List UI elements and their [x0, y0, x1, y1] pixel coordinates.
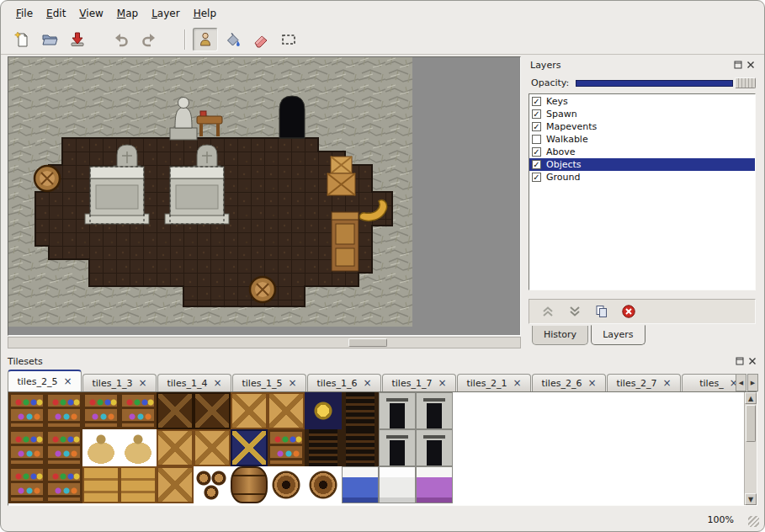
layer-row-walkable[interactable]: Walkable	[529, 133, 755, 146]
layer-row-objects[interactable]: ✓Objects	[529, 158, 755, 171]
opacity-slider[interactable]	[576, 77, 756, 89]
eraser-button[interactable]	[248, 28, 274, 51]
tile-ladder[interactable]	[342, 392, 379, 429]
scroll-tabs-left-button[interactable]: ◀	[736, 374, 746, 391]
layer-visibility-checkbox[interactable]: ✓	[532, 173, 541, 182]
new-button[interactable]	[9, 28, 35, 51]
layer-visibility-checkbox[interactable]: ✓	[532, 147, 541, 157]
tile-ladder[interactable]	[305, 429, 342, 466]
layer-row-ground[interactable]: ✓Ground	[529, 171, 755, 184]
redo-button[interactable]	[136, 28, 162, 51]
open-button[interactable]	[37, 28, 62, 51]
tile-crate-light[interactable]	[194, 429, 231, 466]
dock-tab-history[interactable]: History	[532, 326, 588, 345]
layer-visibility-checkbox[interactable]: ✓	[532, 160, 541, 169]
layer-visibility-checkbox[interactable]: ✓	[532, 97, 541, 106]
tile-bed-white[interactable]	[379, 466, 416, 503]
tile-door[interactable]	[379, 429, 416, 466]
map-hscrollbar[interactable]	[8, 337, 521, 348]
tile-bench[interactable]	[82, 466, 120, 503]
vscroll-thumb[interactable]	[746, 405, 756, 442]
tileset-tab-tiles_1_4[interactable]: tiles_1_4×	[157, 374, 231, 391]
menu-item-map[interactable]: Map	[110, 5, 145, 22]
layer-visibility-checkbox[interactable]: ✓	[532, 122, 541, 131]
tile-shelf[interactable]	[45, 392, 82, 429]
stamp-button[interactable]	[193, 28, 218, 51]
duplicate-layer-button[interactable]	[592, 301, 612, 322]
menu-item-edit[interactable]: Edit	[40, 5, 72, 22]
tileset-tab-tiles_1_6[interactable]: tiles_1_6×	[307, 374, 381, 391]
menu-item-view[interactable]: View	[72, 5, 109, 22]
dock-tab-layers[interactable]: Layers	[591, 325, 645, 345]
tileset-vscrollbar[interactable]: ▲ ▼	[744, 392, 757, 505]
close-tab-icon[interactable]: ×	[363, 379, 371, 387]
tile-crate-blue[interactable]	[231, 429, 268, 466]
tile-bench[interactable]	[120, 466, 157, 503]
select-button[interactable]	[276, 28, 301, 51]
tile-gold[interactable]	[305, 392, 342, 429]
tile-door[interactable]	[379, 392, 416, 429]
tile-crate-light[interactable]	[231, 392, 268, 429]
close-tab-icon[interactable]: ×	[288, 379, 296, 387]
tile-crate-dark[interactable]	[157, 392, 194, 429]
tile-barrel[interactable]	[231, 466, 268, 503]
tile-bed-purple[interactable]	[416, 466, 453, 503]
close-tab-icon[interactable]: ×	[513, 379, 521, 387]
layer-visibility-checkbox[interactable]: ✓	[532, 109, 541, 119]
close-tab-icon[interactable]: ×	[63, 377, 72, 386]
tile-crate-light[interactable]	[157, 429, 194, 466]
tileset-tab-tiles_[interactable]: tiles_×	[682, 374, 736, 391]
close-tab-icon[interactable]: ×	[438, 379, 446, 387]
menu-item-layer[interactable]: Layer	[145, 5, 186, 22]
map-canvas[interactable]	[8, 57, 412, 327]
delete-layer-button[interactable]	[619, 301, 639, 322]
scroll-up-button[interactable]: ▲	[745, 392, 757, 404]
tileset-tab-tiles_2_5[interactable]: tiles_2_5×	[8, 370, 82, 391]
fill-button[interactable]	[220, 28, 246, 51]
scroll-tabs-right-button[interactable]: ▶	[747, 374, 758, 391]
float-panel-button[interactable]	[734, 356, 745, 367]
undo-button[interactable]	[109, 28, 134, 51]
menu-item-file[interactable]: File	[9, 5, 40, 22]
tileset-tab-tiles_1_5[interactable]: tiles_1_5×	[232, 374, 306, 391]
tileset-tab-tiles_1_7[interactable]: tiles_1_7×	[382, 374, 456, 391]
close-tab-icon[interactable]: ×	[587, 379, 596, 387]
tile-shelf[interactable]	[268, 429, 305, 466]
tile-door[interactable]	[416, 429, 453, 466]
tile-pot[interactable]	[305, 466, 342, 503]
tile-shelf[interactable]	[8, 466, 45, 503]
tile-bed-blue[interactable]	[342, 466, 379, 503]
menu-item-help[interactable]: Help	[187, 5, 223, 22]
close-panel-button[interactable]	[746, 356, 757, 367]
save-button[interactable]	[65, 28, 90, 51]
tile-shelf[interactable]	[82, 392, 120, 429]
tile-crate-light[interactable]	[157, 466, 194, 503]
tile-shelf[interactable]	[120, 392, 157, 429]
tileset-tab-tiles_2_1[interactable]: tiles_2_1×	[457, 374, 531, 391]
tile-shelf[interactable]	[8, 392, 45, 429]
tileset-tab-tiles_2_7[interactable]: tiles_2_7×	[607, 374, 681, 391]
tile-shelf[interactable]	[45, 429, 82, 466]
layer-row-above[interactable]: ✓Above	[529, 146, 755, 158]
layer-row-spawn[interactable]: ✓Spawn	[529, 108, 755, 120]
opacity-handle[interactable]	[735, 77, 756, 88]
tile-sack[interactable]	[120, 429, 157, 466]
tile-shelf[interactable]	[8, 429, 45, 466]
map-viewport[interactable]	[8, 56, 521, 336]
tileset-tab-tiles_1_3[interactable]: tiles_1_3×	[82, 374, 157, 391]
layer-row-keys[interactable]: ✓Keys	[529, 95, 755, 108]
tile-barrels[interactable]	[194, 466, 231, 503]
close-panel-button[interactable]	[745, 60, 756, 71]
layer-row-mapevents[interactable]: ✓Mapevents	[529, 120, 755, 133]
tile-crate-dark[interactable]	[194, 392, 231, 429]
tile-sack[interactable]	[82, 429, 120, 466]
tile-crate-light[interactable]	[268, 392, 305, 429]
raise-layer-button[interactable]	[538, 301, 558, 322]
close-tab-icon[interactable]: ×	[662, 379, 671, 387]
tile-ladder[interactable]	[342, 429, 379, 466]
hscroll-thumb[interactable]	[348, 338, 387, 347]
tile-door[interactable]	[416, 392, 453, 429]
tile-pot[interactable]	[268, 466, 305, 503]
lower-layer-button[interactable]	[565, 301, 585, 322]
close-tab-icon[interactable]: ×	[138, 379, 146, 387]
